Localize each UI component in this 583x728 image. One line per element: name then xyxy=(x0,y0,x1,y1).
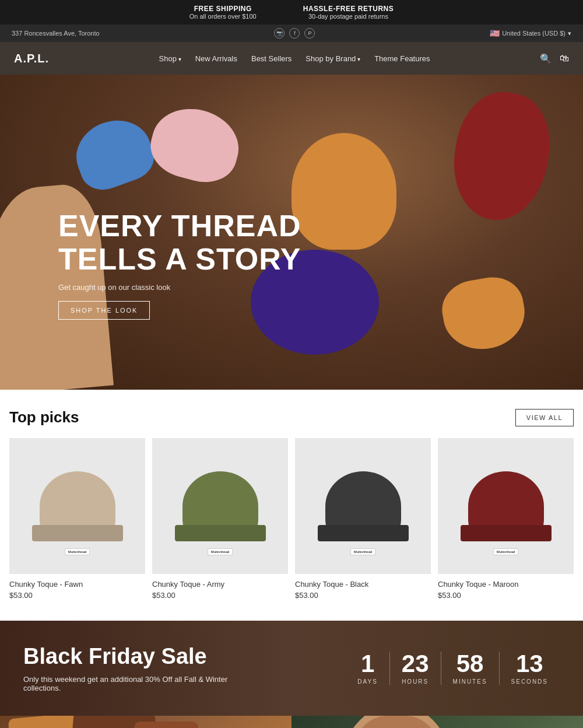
black-friday-banner: Black Friday Sale Only this weekend get … xyxy=(0,621,583,716)
social-icons[interactable]: 📷 f P xyxy=(274,28,315,38)
flag-icon: 🇺🇸 xyxy=(490,29,500,38)
hat-orange xyxy=(292,133,396,250)
timer-seconds-label: SECONDS xyxy=(511,678,548,685)
hero-section: EVERY THREAD TELLS A STORY Get caught up… xyxy=(0,75,583,390)
product-image-fawn: Muttonhead xyxy=(9,438,145,574)
hero-title-line1: EVERY THREAD xyxy=(58,209,301,243)
hat-black-shape xyxy=(325,471,401,541)
shipping-subtitle: On all orders over $100 xyxy=(189,13,257,20)
product-name-fawn: Chunky Toque - Fawn xyxy=(9,580,145,589)
timer-seconds: 13 SECONDS xyxy=(500,652,560,685)
announcement-shipping: FREE SHIPPING On all orders over $100 xyxy=(189,5,257,20)
nav-new-arrivals[interactable]: New Arrivals xyxy=(189,51,243,66)
timer-hours: 23 HOURS xyxy=(390,652,441,685)
product-badge-maroon: Muttonhead xyxy=(493,548,519,555)
currency-selector[interactable]: 🇺🇸 United States (USD $) ▾ xyxy=(490,29,571,38)
timer-hours-value: 23 xyxy=(402,652,429,676)
announcement-bar: FREE SHIPPING On all orders over $100 HA… xyxy=(0,0,583,24)
products-grid: Muttonhead Chunky Toque - Fawn $53.00 Mu… xyxy=(9,438,574,600)
bf-title: Black Friday Sale xyxy=(23,644,245,669)
timer-days-value: 1 xyxy=(357,652,378,676)
hat-pink xyxy=(144,100,247,190)
hero-title-line2: TELLS A STORY xyxy=(58,242,301,276)
returns-subtitle: 30-day postage paid returns xyxy=(303,13,394,20)
product-price-fawn: $53.00 xyxy=(9,591,145,600)
product-price-maroon: $53.00 xyxy=(438,591,574,600)
cart-icon[interactable]: 🛍 xyxy=(560,53,569,64)
nav-shop-by-brand[interactable]: Shop by Brand xyxy=(300,51,366,66)
currency-label: United States (USD $) xyxy=(502,30,566,37)
timer-days: 1 DAYS xyxy=(346,652,390,685)
bottom-left-panel[interactable]: LIMITED TIME The Original xyxy=(0,716,292,728)
facebook-icon[interactable]: f xyxy=(289,28,300,38)
product-price-army: $53.00 xyxy=(152,591,288,600)
sweater-shape-3 xyxy=(134,722,198,728)
top-picks-section: Top picks VIEW ALL Muttonhead Chunky Toq… xyxy=(0,390,583,609)
timer-seconds-value: 13 xyxy=(511,652,548,676)
product-badge-army: Muttonhead xyxy=(208,548,233,555)
nav-shop[interactable]: Shop xyxy=(153,51,187,66)
product-image-black: Muttonhead xyxy=(295,438,431,574)
hero-content: EVERY THREAD TELLS A STORY Get caught up… xyxy=(58,209,301,320)
announcement-returns: HASSLE-FREE RETURNS 30-day postage paid … xyxy=(303,5,394,20)
timer-hours-label: HOURS xyxy=(402,678,429,685)
header-icons: 🔍 🛍 xyxy=(540,53,569,64)
hero-cta-button[interactable]: SHOP THE LOOK xyxy=(58,301,150,320)
hat-blue xyxy=(67,110,160,197)
product-card-fawn[interactable]: Muttonhead Chunky Toque - Fawn $53.00 xyxy=(9,438,145,600)
top-picks-title: Top picks xyxy=(9,408,79,426)
bf-left-content: Black Friday Sale Only this weekend get … xyxy=(23,644,245,692)
product-name-black: Chunky Toque - Black xyxy=(295,580,431,589)
hat-maroon-hero xyxy=(444,85,559,228)
product-card-black[interactable]: Muttonhead Chunky Toque - Black $53.00 xyxy=(295,438,431,600)
product-card-maroon[interactable]: Muttonhead Chunky Toque - Maroon $53.00 xyxy=(438,438,574,600)
main-nav: Shop New Arrivals Best Sellers Shop by B… xyxy=(153,51,436,66)
instagram-icon[interactable]: 📷 xyxy=(274,28,285,38)
countdown-timer: 1 DAYS 23 HOURS 58 MINUTES 13 SECONDS xyxy=(346,652,560,685)
hero-subtitle: Get caught up on our classic look xyxy=(58,283,301,292)
bottom-right-panel[interactable] xyxy=(292,716,583,728)
returns-title: HASSLE-FREE RETURNS xyxy=(303,5,394,13)
product-image-army: Muttonhead xyxy=(152,438,288,574)
header: A.P.L. Shop New Arrivals Best Sellers Sh… xyxy=(0,42,583,75)
product-name-army: Chunky Toque - Army xyxy=(152,580,288,589)
timer-days-label: DAYS xyxy=(357,678,378,685)
timer-minutes-label: MINUTES xyxy=(453,678,487,685)
hat-maroon-shape xyxy=(468,471,544,541)
hat-fawn-shape xyxy=(40,471,115,541)
product-card-army[interactable]: Muttonhead Chunky Toque - Army $53.00 xyxy=(152,438,288,600)
product-badge-black: Muttonhead xyxy=(350,548,376,555)
search-icon[interactable]: 🔍 xyxy=(540,53,552,64)
hero-title: EVERY THREAD TELLS A STORY xyxy=(58,209,301,276)
product-name-maroon: Chunky Toque - Maroon xyxy=(438,580,574,589)
secondary-bar: 337 Roncesvalles Ave, Toronto 📷 f P 🇺🇸 U… xyxy=(0,24,583,42)
nav-best-sellers[interactable]: Best Sellers xyxy=(245,51,297,66)
section-header: Top picks VIEW ALL xyxy=(9,408,574,426)
view-all-button[interactable]: VIEW ALL xyxy=(515,409,574,426)
nav-theme-features[interactable]: Theme Features xyxy=(368,51,436,66)
hat-amber xyxy=(438,272,531,355)
chevron-down-icon: ▾ xyxy=(568,30,571,37)
logo[interactable]: A.P.L. xyxy=(14,52,49,65)
product-price-black: $53.00 xyxy=(295,591,431,600)
timer-minutes-value: 58 xyxy=(453,652,487,676)
store-address: 337 Roncesvalles Ave, Toronto xyxy=(12,30,100,37)
shipping-title: FREE SHIPPING xyxy=(189,5,257,13)
bf-subtitle: Only this weekend get an additional 30% … xyxy=(23,675,245,692)
pinterest-icon[interactable]: P xyxy=(304,28,315,38)
product-image-maroon: Muttonhead xyxy=(438,438,574,574)
bottom-grid: LIMITED TIME The Original xyxy=(0,716,583,728)
product-badge-fawn: Muttonhead xyxy=(65,548,90,555)
hat-army-shape xyxy=(182,471,258,541)
timer-minutes: 58 MINUTES xyxy=(441,652,500,685)
